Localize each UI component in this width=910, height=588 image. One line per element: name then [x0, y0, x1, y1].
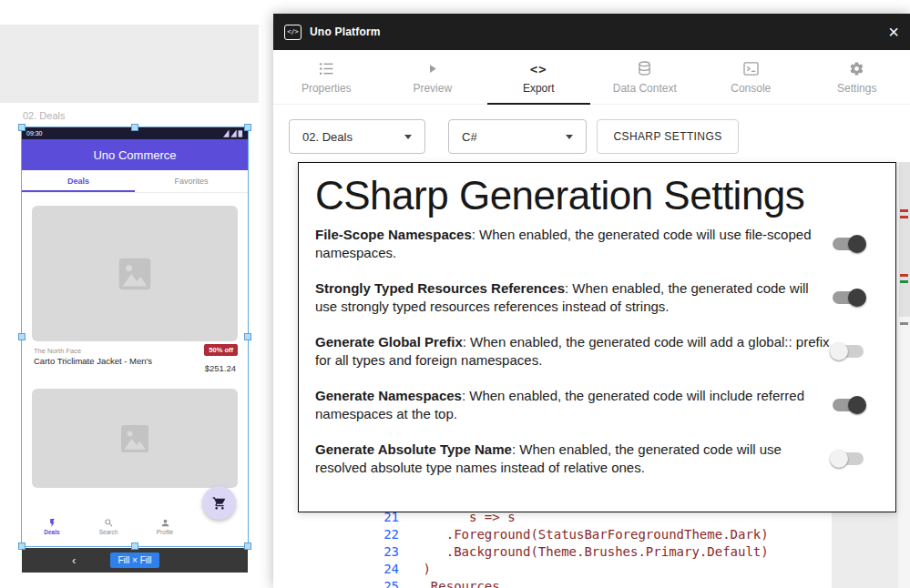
tab-label: Export	[523, 82, 555, 95]
cart-icon	[212, 496, 227, 511]
option-text: File-Scope Namespaces: When enabled, the…	[315, 226, 830, 262]
phone-tab-favorites[interactable]: Favorites	[135, 170, 248, 192]
toggle-thumb	[848, 235, 866, 253]
phone-tab-label: Deals	[67, 177, 89, 186]
option-row: Strongly Typed Resources References: Whe…	[315, 279, 879, 316]
console-icon	[743, 60, 759, 77]
tab-label: Properties	[302, 82, 352, 95]
option-label: File-Scope Namespaces	[315, 227, 472, 242]
line-number: 24	[328, 562, 399, 576]
list-icon	[319, 60, 334, 77]
page-dropdown[interactable]: 02. Deals	[289, 119, 425, 154]
nav-label: Deals	[44, 529, 59, 535]
canvas-size-bar: ‹ Fill × Fill	[22, 548, 248, 573]
nav-item-profile[interactable]: Profile	[137, 513, 193, 539]
phone-tab-label: Favorites	[174, 177, 208, 186]
line-number: 23	[328, 544, 399, 559]
phone-status-bar: 09:30	[22, 127, 248, 139]
option-row: Generate Namespaces: When enabled, the g…	[315, 387, 879, 423]
code-line[interactable]: 23 .Background(Theme.Brushes.Primary.Def…	[328, 542, 838, 560]
image-placeholder-icon	[114, 253, 156, 295]
tab-label: Settings	[837, 82, 876, 95]
nav-item-search[interactable]: Search	[80, 513, 137, 539]
size-chip[interactable]: Fill × Fill	[110, 553, 160, 568]
chevron-down-icon	[404, 135, 412, 139]
minimap-mark	[900, 209, 908, 212]
dialog-title: CSharp Generation Settings	[315, 172, 879, 219]
phone-tab-bar: Deals Favorites	[22, 170, 248, 193]
option-label: Generate Absolute Type Name	[315, 441, 512, 457]
search-icon	[104, 518, 114, 528]
code-line[interactable]: 22 .Foreground(StatusBarForegroundTheme.…	[328, 525, 838, 542]
toggle-generate-absolute-type-name[interactable]	[830, 450, 866, 468]
option-label: Generate Namespaces	[315, 388, 462, 403]
option-text: Generate Absolute Type Name: When enable…	[315, 441, 830, 477]
toggle-thumb	[848, 396, 866, 414]
csharp-settings-button[interactable]: CSHARP SETTINGS	[597, 119, 739, 154]
tab-data-context[interactable]: Data Context	[592, 50, 699, 104]
toggle-file-scope-namespaces[interactable]	[830, 235, 866, 253]
code-icon: <>	[530, 60, 547, 77]
toggle-thumb	[830, 342, 848, 360]
code-line[interactable]: 24 )	[328, 561, 838, 578]
minimap-mark	[900, 280, 908, 283]
export-toolbar: 02. Deals C# CSHARP SETTINGS	[273, 119, 910, 154]
code-line[interactable]: 25 Resources	[328, 578, 838, 588]
tab-label: Preview	[413, 82, 452, 95]
product-name: Carto Triclimate Jacket - Men's	[34, 356, 152, 366]
tab-settings[interactable]: Settings	[804, 50, 910, 104]
option-text: Generate Namespaces: When enabled, the g…	[315, 387, 830, 423]
product-image-placeholder[interactable]	[32, 389, 238, 488]
option-label: Strongly Typed Resources References	[315, 280, 565, 296]
window-title: Uno Platform	[310, 25, 381, 38]
uno-logo-icon: </>	[284, 25, 302, 40]
line-number: 25	[328, 579, 399, 588]
option-label: Generate Global Prefix	[315, 334, 463, 350]
tab-export[interactable]: <> Export	[486, 50, 592, 104]
phone-tab-deals[interactable]: Deals	[22, 170, 135, 192]
toggle-generate-global-prefix[interactable]	[830, 342, 866, 360]
discount-badge: 50% off	[204, 344, 238, 356]
tab-console[interactable]: Console	[698, 50, 804, 104]
bolt-icon	[47, 518, 57, 528]
signal-wifi-battery-icon	[223, 129, 243, 137]
app-title: Uno Commerce	[93, 148, 176, 162]
csharp-settings-dialog: CSharp Generation Settings File-Scope Na…	[298, 162, 896, 512]
tab-preview[interactable]: Preview	[380, 50, 486, 104]
option-row: File-Scope Namespaces: When enabled, the…	[315, 226, 879, 262]
nav-item-deals[interactable]: Deals	[24, 513, 80, 539]
option-text: Strongly Typed Resources References: Whe…	[315, 279, 830, 316]
code-text: .Background(Theme.Brushes.Primary.Defaul…	[415, 544, 769, 559]
code-editor[interactable]: 21 s => s 22 .Foreground(StatusBarForegr…	[328, 508, 838, 588]
editor-minimap[interactable]	[897, 162, 910, 588]
minimap-thumb[interactable]	[899, 162, 910, 317]
main-tab-bar: Properties Preview <> Export Data Contex…	[273, 50, 910, 105]
code-text: .Foreground(StatusBarForegroundTheme.Dar…	[415, 527, 769, 542]
minimap-mark	[900, 322, 908, 325]
database-icon	[638, 60, 651, 77]
product-brand: The North Face	[34, 347, 81, 355]
tab-label: Data Context	[613, 82, 677, 95]
designer-screen: 02. Deals 09:30 Uno Commerce Deals Favor…	[0, 0, 910, 588]
phone-preview[interactable]: 09:30 Uno Commerce Deals Favorites	[22, 127, 248, 546]
page-dropdown-value: 02. Deals	[302, 130, 353, 144]
image-placeholder-icon	[117, 421, 153, 457]
window-title-bar: </> Uno Platform ×	[273, 14, 910, 50]
phone-bottom-nav: Deals Search Profile	[24, 513, 197, 539]
uno-platform-window: </> Uno Platform × Properties Preview <>…	[273, 14, 910, 588]
tab-properties[interactable]: Properties	[273, 50, 380, 104]
chevron-left-icon[interactable]: ‹	[72, 548, 76, 573]
status-time: 09:30	[26, 130, 43, 137]
cart-fab-button[interactable]	[202, 486, 236, 520]
code-text: )	[415, 562, 431, 576]
toggle-generate-namespaces[interactable]	[830, 396, 866, 414]
product-image-placeholder[interactable]	[32, 206, 238, 341]
product-price: $251.24	[205, 363, 236, 373]
close-icon[interactable]: ×	[888, 23, 899, 41]
toggle-strongly-typed-resources[interactable]	[830, 289, 866, 307]
language-dropdown[interactable]: C#	[448, 119, 587, 154]
option-row: Generate Global Prefix: When enabled, th…	[315, 333, 879, 370]
gear-icon	[849, 60, 864, 77]
minimap-mark	[900, 274, 908, 277]
toggle-thumb	[830, 450, 848, 468]
